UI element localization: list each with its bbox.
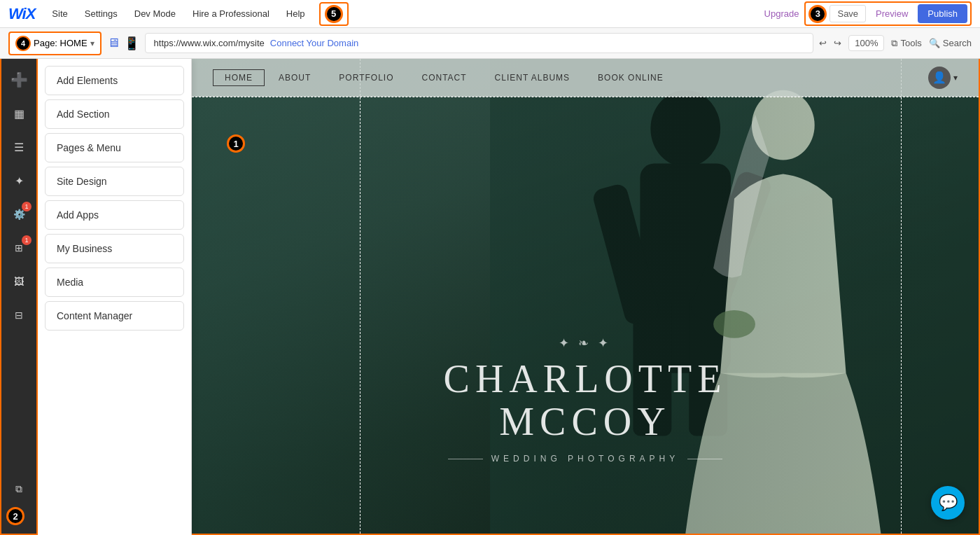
layers-icon: ⧉ xyxy=(15,483,22,495)
sections-icon: ▦ xyxy=(14,107,24,120)
url-bar: https://www.wix.com/mysite Connect Your … xyxy=(145,33,814,53)
hero-title: CHARLOTTE McCOY xyxy=(375,358,795,444)
nav-portfolio[interactable]: PORTFOLIO xyxy=(325,73,407,83)
publish-button[interactable]: Publish xyxy=(918,4,967,23)
step-2-badge: 2 xyxy=(6,507,24,525)
sidebar-item-add[interactable]: ➕ xyxy=(4,64,34,95)
save-preview-publish-group: 3 Save Preview Publish xyxy=(804,1,972,26)
url-text: https://www.wix.com/mysite xyxy=(154,38,265,48)
subtitle-line-left xyxy=(448,459,483,459)
nav-client-albums[interactable]: CLIENT ALBUMS xyxy=(481,73,584,83)
zoom-button[interactable]: 100% xyxy=(848,35,884,51)
hero-ornament: ✦ ❧ ✦ xyxy=(375,335,795,351)
business-badge: 1 xyxy=(22,235,31,245)
nav-site[interactable]: Site xyxy=(46,6,73,22)
business-icon: ⊞ xyxy=(15,242,23,253)
apps-badge: 1 xyxy=(22,202,31,211)
search-button[interactable]: 🔍 Search xyxy=(929,38,972,48)
nav-help[interactable]: Help xyxy=(281,6,311,22)
hero-content: ✦ ❧ ✦ CHARLOTTE McCOY WEDDING PHOTOGRAPH… xyxy=(375,335,795,464)
nav-devmode[interactable]: Dev Mode xyxy=(129,6,181,22)
add-section-button[interactable]: Add Section xyxy=(45,99,184,129)
tools-button[interactable]: ⧉ Tools xyxy=(891,38,921,49)
nav-settings[interactable]: Settings xyxy=(79,6,123,22)
sidebar-item-layers[interactable]: ⧉ xyxy=(4,473,34,504)
upgrade-button[interactable]: Upgrade xyxy=(764,8,799,19)
tools-icon: ⧉ xyxy=(891,38,897,49)
sidebar-item-design[interactable]: ✦ xyxy=(4,165,34,196)
website-preview: HOME ABOUT PORTFOLIO CONTACT CLIENT ALBU… xyxy=(192,59,979,534)
step-4-badge: 4 xyxy=(15,36,31,51)
sidebar-item-content[interactable]: ⊟ xyxy=(4,300,34,331)
content-manager-button[interactable]: Content Manager xyxy=(45,301,184,331)
page-dropdown-icon[interactable]: ▾ xyxy=(90,39,94,48)
chat-icon: 💬 xyxy=(939,494,958,512)
search-icon: 🔍 xyxy=(929,38,940,48)
mobile-view-icon[interactable]: 📱 xyxy=(124,36,139,51)
canvas-area: HOME ABOUT PORTFOLIO CONTACT CLIENT ALBU… xyxy=(192,59,980,535)
connect-domain-link[interactable]: Connect Your Domain xyxy=(270,38,358,48)
add-elements-button[interactable]: Add Elements xyxy=(45,66,184,95)
nav-contact[interactable]: CONTACT xyxy=(407,73,480,83)
avatar-chevron-icon[interactable]: ▾ xyxy=(953,73,958,83)
user-avatar[interactable]: 👤 xyxy=(928,67,951,89)
wix-logo: WiX xyxy=(8,5,35,23)
redo-button[interactable]: ↪ xyxy=(834,38,841,48)
sidebar: ➕ ▦ ☰ ✦ ⚙️ 1 ⊞ 1 🖼 ⊟ ⧉ 2 xyxy=(0,59,38,535)
site-navigation: HOME ABOUT PORTFOLIO CONTACT CLIENT ALBU… xyxy=(192,59,979,97)
step-5-badge: 5 xyxy=(325,5,343,23)
chat-button[interactable]: 💬 xyxy=(931,486,965,520)
undo-button[interactable]: ↩ xyxy=(819,38,827,48)
page-selector[interactable]: 4 Page: HOME ▾ xyxy=(8,32,102,55)
panel: Add Elements Add Section Pages & Menu Si… xyxy=(38,59,192,535)
nav-home[interactable]: HOME xyxy=(213,69,265,86)
step-3-badge: 3 xyxy=(808,5,827,23)
media-button[interactable]: Media xyxy=(45,268,184,297)
content-icon: ⊟ xyxy=(15,310,23,321)
sidebar-bottom: ⧉ 2 xyxy=(4,473,34,528)
top-bar: WiX Site Settings Dev Mode Hire a Profes… xyxy=(0,0,980,28)
nav-book-online[interactable]: BOOK ONLINE xyxy=(584,73,678,83)
media-icon: 🖼 xyxy=(14,276,24,287)
sidebar-item-apps[interactable]: ⚙️ 1 xyxy=(4,199,34,230)
site-design-button[interactable]: Site Design xyxy=(45,167,184,196)
design-icon: ✦ xyxy=(15,174,24,188)
page-label: Page: HOME xyxy=(34,38,88,48)
nav-hire[interactable]: Hire a Professional xyxy=(187,6,275,22)
sidebar-item-sections[interactable]: ▦ xyxy=(4,98,34,129)
pages-menu-button[interactable]: Pages & Menu xyxy=(45,133,184,162)
add-apps-button[interactable]: Add Apps xyxy=(45,200,184,230)
view-icons: 🖥 📱 xyxy=(107,36,139,51)
address-bar: 4 Page: HOME ▾ 🖥 📱 https://www.wix.com/m… xyxy=(0,28,980,59)
nav-about[interactable]: ABOUT xyxy=(265,73,325,83)
save-button[interactable]: Save xyxy=(830,5,866,22)
desktop-view-icon[interactable]: 🖥 xyxy=(107,36,120,50)
hero-subtitle: WEDDING PHOTOGRAPHY xyxy=(375,454,795,464)
add-icon: ➕ xyxy=(10,71,28,88)
step-1-badge: 1 xyxy=(227,134,245,153)
pages-icon: ☰ xyxy=(14,141,24,154)
my-business-button[interactable]: My Business xyxy=(45,234,184,263)
addr-actions: ↩ ↪ 100% ⧉ Tools 🔍 Search xyxy=(819,35,972,51)
sidebar-item-business[interactable]: ⊞ 1 xyxy=(4,232,34,263)
sidebar-item-pages[interactable]: ☰ xyxy=(4,132,34,162)
subtitle-line-right xyxy=(687,459,722,459)
sidebar-item-media[interactable]: 🖼 xyxy=(4,266,34,297)
main-layout: ➕ ▦ ☰ ✦ ⚙️ 1 ⊞ 1 🖼 ⊟ ⧉ 2 xyxy=(0,59,980,535)
preview-button[interactable]: Preview xyxy=(869,6,915,22)
